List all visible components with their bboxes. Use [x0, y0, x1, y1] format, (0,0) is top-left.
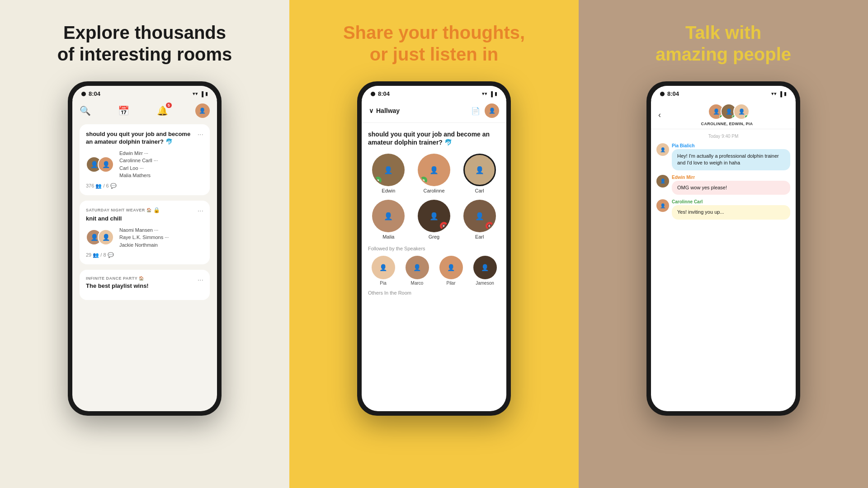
lock-icon: 🔒 — [153, 207, 160, 213]
speaker-names-1: Edwin Mirr ···Carolinne Carll ···Carl Lo… — [119, 150, 158, 179]
audience-name-jameson: Jameson — [476, 281, 494, 286]
message-carolinne: 👤 Carolinne Carl Yes! inviting you up... — [656, 199, 790, 219]
chat-avatar-pia: 👤 — [733, 103, 750, 120]
hallway-title: ∨ Hallway — [369, 107, 400, 114]
speaker-name-malia: Malia — [382, 234, 394, 239]
room-card-3[interactable]: INFINITE DANCE PARTY 🏠 The best playlist… — [80, 270, 210, 300]
left-panel: Explore thousandsof interesting rooms 8:… — [0, 0, 289, 488]
followed-label: Followed by the Speakers — [368, 246, 500, 251]
msg-bubble-carolinne: Yes! inviting you up... — [672, 205, 790, 219]
time-mid: 8:04 — [378, 90, 390, 97]
room-stats-2: 29 👥 / 8 💬 — [86, 252, 203, 258]
document-icon[interactable]: 📄 — [471, 107, 480, 115]
room-list: should you quit your job and becomean am… — [72, 124, 217, 411]
chat-participants-info: 👤 👤 👤 CAROLINNE, EDWIN, PIA — [665, 103, 788, 126]
right-heading: Talk withamazing people — [656, 22, 791, 65]
room-tag-2: SATURDAY NIGHT WEAVER 🏠 🔒 — [86, 207, 160, 213]
speaker-avatar-carolinne: 👤 ★ — [418, 154, 450, 186]
battery-icon-mid: ▮ — [495, 91, 497, 97]
status-icons: ▾▾ ▐ ▮ — [193, 91, 208, 97]
message-edwin: 👤 Edwin Mirr OMG wow yes please! — [656, 175, 790, 195]
msg-avatar-pia: 👤 — [656, 143, 669, 156]
msg-username-pia: Pia Bialich — [672, 143, 790, 148]
search-icon[interactable]: 🔍 — [80, 105, 91, 116]
speaker-name-carolinne: Carolinne — [423, 188, 444, 193]
back-button[interactable]: ‹ — [658, 110, 661, 120]
signal-icon: ▐ — [200, 91, 203, 97]
signal-icon-mid: ▐ — [489, 91, 493, 97]
wifi-icon: ▾▾ — [193, 91, 198, 97]
battery-icon: ▮ — [205, 91, 208, 97]
audience-pilar[interactable]: 👤 Pilar — [436, 256, 466, 286]
left-top-bar: 🔍 📅 🔔5 👤 — [72, 100, 217, 124]
speaker-earl[interactable]: 👤 🔇 Earl — [459, 200, 500, 239]
chat-names-display: CAROLINNE, EDWIN, PIA — [701, 122, 753, 126]
room-card-1[interactable]: should you quit your job and becomean am… — [80, 124, 210, 195]
mid-heading: Share your thoughts,or just listen in — [343, 22, 525, 65]
mod-badge-carolinne: ★ — [420, 177, 427, 184]
notification-icon[interactable]: 🔔5 — [157, 105, 168, 116]
camera-dot — [81, 92, 86, 96]
more-icon-3[interactable]: ··· — [198, 276, 203, 284]
msg-username-edwin: Edwin Mirr — [672, 175, 790, 180]
msg-avatar-edwin: 👤 — [656, 175, 669, 188]
audience-pia[interactable]: 👤 Pia — [368, 256, 398, 286]
speaker-avatar-malia: 👤 — [372, 200, 405, 232]
speaker-avatar-greg: 👤 🔇 — [418, 200, 450, 232]
speaker-edwin[interactable]: 👤 ★ Edwin — [368, 154, 409, 193]
speaker-avatar: 👤 — [98, 229, 114, 245]
speaker-name-greg: Greg — [429, 234, 439, 239]
notif-badge: 5 — [166, 103, 172, 108]
camera-dot-right — [660, 92, 665, 96]
room-tag-3: INFINITE DANCE PARTY 🏠 — [86, 276, 149, 281]
online-dot — [745, 115, 748, 118]
right-phone: 8:04 ▾▾ ▐ ▮ ‹ 👤 — [646, 81, 800, 416]
speaker-carl[interactable]: 👤 Carl — [459, 154, 500, 193]
speaker-avatar-earl: 👤 🔇 — [463, 200, 496, 232]
more-icon-1[interactable]: ··· — [198, 131, 203, 139]
audience-marco[interactable]: 👤 Marco — [402, 256, 432, 286]
audience-avatar-pia: 👤 — [372, 256, 395, 279]
message-pia: 👤 Pia Bialich Hey! I'm actually a profes… — [656, 143, 790, 170]
user-avatar[interactable]: 👤 — [195, 103, 210, 118]
audience-jameson[interactable]: 👤 Jameson — [470, 256, 500, 286]
mid-nav-bar: ∨ Hallway 📄 👤 — [362, 100, 506, 123]
speaker-avatar: 👤 — [98, 156, 114, 173]
mid-room-content: should you quit your job and become an a… — [362, 123, 506, 411]
status-bar-mid: 8:04 ▾▾ ▐ ▮ — [362, 86, 506, 100]
room-title-3: The best playlist wins! — [86, 282, 149, 290]
status-bar: 8:04 ▾▾ ▐ ▮ — [72, 86, 217, 100]
right-panel: Talk withamazing people 8:04 ▾▾ ▐ ▮ ‹ — [579, 0, 868, 488]
speaker-carolinne[interactable]: 👤 ★ Carolinne — [414, 154, 455, 193]
speaker-avatar-carl: 👤 — [463, 154, 496, 186]
chat-date: Today 9:40 PM — [656, 134, 790, 139]
room-title-1: should you quit your job and becomean am… — [86, 131, 190, 146]
status-icons-mid: ▾▾ ▐ ▮ — [482, 91, 497, 97]
audience-name-marco: Marco — [411, 281, 424, 286]
battery-icon-right: ▮ — [784, 91, 787, 97]
chat-header: ‹ 👤 👤 👤 — [651, 100, 796, 129]
mod-badge-edwin: ★ — [374, 177, 382, 184]
audience-name-pilar: Pilar — [446, 281, 455, 286]
msg-bubble-pia: Hey! I'm actually a professional dolphin… — [672, 149, 790, 170]
speaker-malia[interactable]: 👤 Malia — [368, 200, 409, 239]
nav-avatar[interactable]: 👤 — [485, 103, 499, 118]
msg-avatar-carolinne: 👤 — [656, 199, 669, 212]
time-right: 8:04 — [667, 90, 679, 97]
mid-phone: 8:04 ▾▾ ▐ ▮ ∨ Hallway 📄 👤 — [357, 81, 511, 416]
speaker-greg[interactable]: 👤 🔇 Greg — [414, 200, 455, 239]
room-speakers-2: 👤 👤 Naomi Mansen ···Raye L.K. Simmons ··… — [86, 226, 203, 249]
audience-avatar-jameson: 👤 — [473, 256, 497, 279]
wifi-icon-right: ▾▾ — [771, 91, 777, 97]
room-title-mid: should you quit your job and become an a… — [368, 130, 500, 146]
left-phone: 8:04 ▾▾ ▐ ▮ 🔍 📅 🔔5 👤 — [68, 81, 222, 416]
calendar-icon[interactable]: 📅 — [118, 105, 129, 116]
msg-bubble-edwin: OMG wow yes please! — [672, 181, 790, 195]
chat-messages: Today 9:40 PM 👤 Pia Bialich Hey! I'm act… — [651, 129, 796, 411]
left-heading: Explore thousandsof interesting rooms — [57, 22, 232, 65]
more-icon-2[interactable]: ··· — [198, 207, 203, 215]
room-card-2[interactable]: SATURDAY NIGHT WEAVER 🏠 🔒 knit and chill… — [80, 201, 210, 264]
room-speakers-1: 👤 👤 Edwin Mirr ···Carolinne Carll ···Car… — [86, 150, 203, 179]
msg-username-carolinne: Carolinne Carl — [672, 199, 790, 204]
audience-name-pia: Pia — [380, 281, 386, 286]
